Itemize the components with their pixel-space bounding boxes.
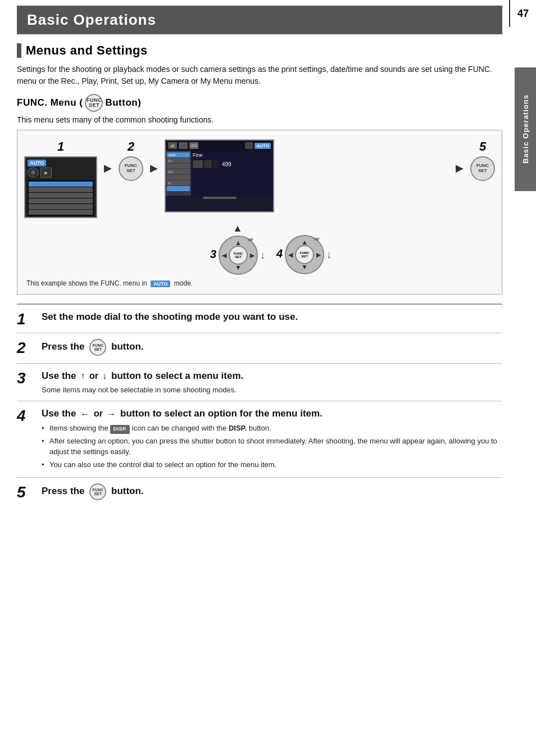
step-2-row: 2 Press the FUNCSET button. [17, 333, 502, 364]
step-3-num: 3 [17, 370, 35, 386]
diag-num-5: 5 [479, 139, 486, 154]
diagram-box: 1 AUTO ⚙ ▶ [17, 130, 502, 295]
func-button-step2: FUNCSET [89, 339, 106, 356]
section-intro: Settings for the shooting or playback mo… [17, 64, 502, 87]
up-arrow-icon: ↑ [80, 371, 85, 381]
func-heading-text: FUNC. Menu ( [17, 97, 83, 108]
func-heading-mid: Button) [105, 97, 141, 108]
step-1-num: 1 [17, 311, 35, 327]
page-title: Basic Operations [17, 6, 502, 34]
func-desc: This menu sets many of the common shooti… [17, 115, 502, 124]
diagram-step3-area: ▲ 3 MF FUNC SET ▲ ▼ [210, 223, 265, 275]
diagram-arrow-3: ▶ [456, 162, 464, 174]
step-4-title: Use the ← or → button to select an optio… [42, 407, 502, 420]
step-3-content: Use the ↑ or ↓ button to select a menu i… [42, 369, 502, 395]
right-arrow-icon: → [107, 409, 116, 419]
step-3-title: Use the ↑ or ↓ button to select a menu i… [42, 369, 502, 383]
step-4-num: 4 [17, 408, 35, 424]
func-button-step5: FUNCSET [89, 483, 106, 500]
diag-num-4: 4 [276, 247, 283, 260]
step-3-desc: Some items may not be selectable in some… [42, 384, 502, 396]
control-ring-4: MF FUNC SET ▲ ▼ ◀ ▶ [285, 235, 324, 274]
page-number: 47 [509, 0, 536, 27]
steps-area: 1 Set the mode dial to the shooting mode… [17, 304, 502, 508]
func-menu-heading: FUNC. Menu ( FUNCSET Button) [17, 94, 502, 112]
step-2-title: Press the FUNCSET button. [42, 339, 502, 356]
step-5-content: Press the FUNCSET button. [42, 483, 502, 502]
camera-left-mockup: AUTO ⚙ ▶ [24, 156, 97, 218]
diag-num-3: 3 [210, 248, 216, 261]
bullet-item: You can also use the control dial to sel… [42, 459, 502, 470]
diagram-step4-area: 4 MF FUNC SET ▲ ▼ ◀ ▶ [276, 223, 331, 274]
vertical-tab: Basic Operations [515, 67, 536, 191]
left-arrow-icon: ← [80, 409, 89, 419]
diagram-arrow-2: ▶ [150, 162, 158, 174]
step-2-content: Press the FUNCSET button. [42, 339, 502, 357]
step-4-bullets: Items showing the DISP. icon can be chan… [42, 423, 502, 470]
control-ring-3: MF FUNC SET ▲ ▼ ◀ ▶ [219, 236, 258, 275]
step-4-row: 4 Use the ← or → button to select an opt… [17, 401, 502, 478]
step-5-num: 5 [17, 485, 35, 500]
diag-num-2: 2 [128, 139, 134, 154]
auto-mode-badge: AUTO [151, 280, 170, 287]
down-arrow-icon: ↓ [102, 371, 107, 381]
step-2-num: 2 [17, 340, 35, 356]
step-1-content: Set the mode dial to the shooting mode y… [42, 310, 502, 325]
diagram-step1: 1 AUTO ⚙ ▶ [24, 139, 97, 218]
diagram-main-screen: ±0 ISO AUTO AWB [165, 139, 449, 212]
bullet-item: After selecting an option, you can press… [42, 436, 502, 458]
diagram-step5: 5 FUNCSET [470, 139, 495, 181]
diagram-note: This example shows the FUNC. menu in AUT… [24, 279, 495, 287]
section-bar [17, 43, 21, 58]
step-3-row: 3 Use the ↑ or ↓ button to select a menu… [17, 364, 502, 401]
step-5-title: Press the FUNCSET button. [42, 483, 502, 500]
diagram-step2: 2 FUNCSET [119, 139, 143, 181]
disp-badge: DISP. [110, 425, 130, 434]
func-button-icon: FUNCSET [85, 94, 103, 112]
func-button-diagram-5: FUNCSET [470, 156, 495, 181]
section-heading: Menus and Settings [26, 43, 148, 58]
func-button-diagram-2: FUNCSET [119, 156, 143, 181]
step-5-row: 5 Press the FUNCSET button. [17, 478, 502, 508]
diag-num-1: 1 [57, 139, 64, 154]
auto-badge: AUTO [28, 160, 46, 166]
bullet-item: Items showing the DISP. icon can be chan… [42, 423, 502, 434]
diagram-arrow-1: ▶ [104, 162, 112, 174]
step-4-content: Use the ← or → button to select an optio… [42, 407, 502, 472]
step-1-title: Set the mode dial to the shooting mode y… [42, 310, 502, 324]
step-1-row: 1 Set the mode dial to the shooting mode… [17, 305, 502, 333]
